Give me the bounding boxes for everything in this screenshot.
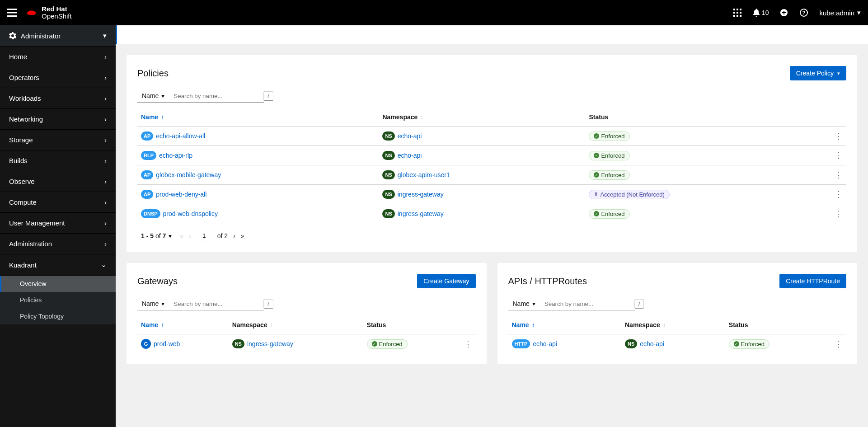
chevron-right-icon: ›	[104, 74, 107, 81]
svg-rect-8	[740, 15, 741, 17]
create-gateway-button[interactable]: Create Gateway	[417, 274, 475, 288]
sidebar-item-storage[interactable]: Storage›	[0, 130, 116, 150]
policies-pager: 1 - 5 of 7 ▾ « ‹ of 2 › »	[137, 223, 846, 241]
create-policy-button[interactable]: Create Policy	[790, 66, 846, 80]
pager-first[interactable]: «	[180, 232, 183, 239]
resource-link[interactable]: Gprod-web	[141, 339, 180, 349]
col-namespace[interactable]: Namespace↕	[379, 108, 585, 127]
check-icon: ✓	[594, 153, 599, 158]
sidebar-item-observe[interactable]: Observe›	[0, 171, 116, 192]
create-httproute-button[interactable]: Create HTTPRoute	[779, 274, 846, 288]
svg-rect-5	[740, 12, 741, 14]
sidebar-item-user-management[interactable]: User Management›	[0, 213, 116, 234]
col-name[interactable]: Name↑	[508, 316, 622, 334]
filter-attribute-select[interactable]: Name▾	[137, 89, 169, 103]
kebab-menu[interactable]: ⋮	[828, 185, 846, 204]
kebab-menu[interactable]: ⋮	[828, 334, 846, 354]
user-menu[interactable]: kube:admin ▾	[819, 9, 861, 17]
sidebar-item-policy-topology[interactable]: Policy Topology	[0, 308, 116, 324]
sidebar-item-builds[interactable]: Builds›	[0, 150, 116, 171]
resource-link[interactable]: APecho-api-allow-all	[141, 131, 205, 141]
namespace-link[interactable]: NSingress-gateway	[232, 339, 293, 348]
sidebar-item-overview[interactable]: Overview	[0, 276, 116, 292]
sidebar-item-operators[interactable]: Operators›	[0, 67, 116, 88]
pager-current-page[interactable]	[197, 230, 212, 241]
sidebar-item-label: Builds	[9, 157, 28, 164]
import-button[interactable]	[779, 8, 788, 17]
namespace-link[interactable]: NSecho-api	[382, 151, 422, 160]
kebab-menu[interactable]: ⋮	[828, 146, 846, 165]
svg-rect-7	[737, 15, 738, 17]
resource-link[interactable]: APglobex-mobile-gateway	[141, 170, 221, 179]
check-icon: ✓	[594, 133, 599, 139]
pager-next[interactable]: ›	[233, 232, 235, 239]
col-namespace[interactable]: Namespace↕	[621, 316, 725, 334]
chevron-right-icon: ›	[104, 53, 107, 61]
resource-link[interactable]: RLPecho-api-rlp	[141, 151, 192, 160]
sort-icon: ↕	[420, 113, 423, 121]
chevron-right-icon: ›	[104, 115, 107, 123]
gear-icon	[9, 32, 16, 39]
perspective-switcher[interactable]: Administrator ▾	[0, 25, 116, 47]
namespace-link[interactable]: NSecho-api	[625, 339, 664, 348]
kebab-menu[interactable]: ⋮	[458, 334, 476, 354]
table-row: RLPecho-api-rlp NSecho-api ✓Enforced ⋮	[137, 146, 846, 165]
help-button[interactable]: ?	[799, 8, 808, 17]
chevron-right-icon: ›	[104, 240, 107, 248]
sidebar-item-workloads[interactable]: Workloads›	[0, 88, 116, 109]
namespace-link[interactable]: NSingress-gateway	[382, 190, 443, 199]
svg-text:?: ?	[802, 10, 806, 15]
httproutes-card: APIs / HTTPRoutes Create HTTPRoute Name▾…	[497, 263, 858, 364]
notifications-button[interactable]: 10	[753, 9, 769, 17]
col-status[interactable]: Status	[725, 316, 828, 334]
namespace-link[interactable]: NSglobex-apim-user1	[382, 170, 450, 179]
filter-attribute-select[interactable]: Name▾	[137, 297, 169, 310]
nav-toggle-button[interactable]	[7, 9, 17, 17]
col-name[interactable]: Name↑	[137, 316, 229, 334]
status-badge: ✓Enforced	[589, 151, 629, 160]
pager-prev[interactable]: ‹	[189, 232, 191, 239]
notification-count: 10	[762, 9, 769, 16]
sidebar-item-label: Home	[9, 53, 27, 61]
chevron-right-icon: ›	[104, 178, 107, 185]
page-range-select[interactable]: 1 - 5 of 7 ▾	[141, 232, 172, 239]
brand-name-top: Red Hat	[42, 5, 72, 13]
app-launcher-icon[interactable]	[733, 8, 742, 17]
col-status[interactable]: Status	[585, 108, 828, 127]
filter-attribute-select[interactable]: Name▾	[508, 297, 540, 310]
table-row: APprod-web-deny-all NSingress-gateway ⬆A…	[137, 185, 846, 204]
policies-search-input[interactable]	[169, 90, 264, 103]
httproutes-search-input[interactable]	[540, 298, 635, 310]
policies-filter: Name▾ /	[137, 89, 846, 103]
col-namespace[interactable]: Namespace↕	[229, 316, 363, 334]
policies-card: Policies Create Policy Name▾ / Name↑ Nam…	[127, 55, 857, 252]
resource-link[interactable]: DNSPprod-web-dnspolicy	[141, 209, 218, 218]
namespace-link[interactable]: NSingress-gateway	[382, 209, 443, 218]
brand-logo[interactable]: Red Hat OpenShift	[24, 5, 72, 20]
chevron-right-icon: ›	[104, 136, 107, 144]
resource-link[interactable]: APprod-web-deny-all	[141, 190, 206, 199]
col-status[interactable]: Status	[363, 316, 458, 334]
sidebar-item-kuadrant[interactable]: Kuadrant ⌄	[0, 254, 116, 276]
namespace-badge: NS	[625, 339, 637, 348]
sidebar-item-networking[interactable]: Networking›	[0, 109, 116, 130]
pager-last[interactable]: »	[241, 232, 244, 239]
kebab-menu[interactable]: ⋮	[828, 165, 846, 185]
gateways-card: Gateways Create Gateway Name▾ / Name↑ Na…	[127, 263, 487, 364]
status-badge: ✓Enforced	[589, 170, 629, 180]
gateways-search-input[interactable]	[169, 298, 264, 310]
namespace-link[interactable]: NSecho-api	[382, 131, 422, 141]
kebab-menu[interactable]: ⋮	[828, 127, 846, 146]
page-heading-area	[116, 25, 868, 44]
sidebar-item-home[interactable]: Home›	[0, 47, 116, 67]
check-icon: ✓	[594, 211, 599, 216]
resource-link[interactable]: HTTPecho-api	[512, 339, 557, 348]
check-icon: ✓	[734, 341, 739, 347]
sidebar-item-compute[interactable]: Compute›	[0, 192, 116, 213]
sidebar-item-policies[interactable]: Policies	[0, 292, 116, 308]
kebab-menu[interactable]: ⋮	[828, 204, 846, 224]
sidebar-item-administration[interactable]: Administration›	[0, 234, 116, 254]
col-name[interactable]: Name↑	[137, 108, 379, 127]
search-shortcut-hint: /	[263, 91, 273, 101]
namespace-badge: NS	[382, 151, 394, 160]
